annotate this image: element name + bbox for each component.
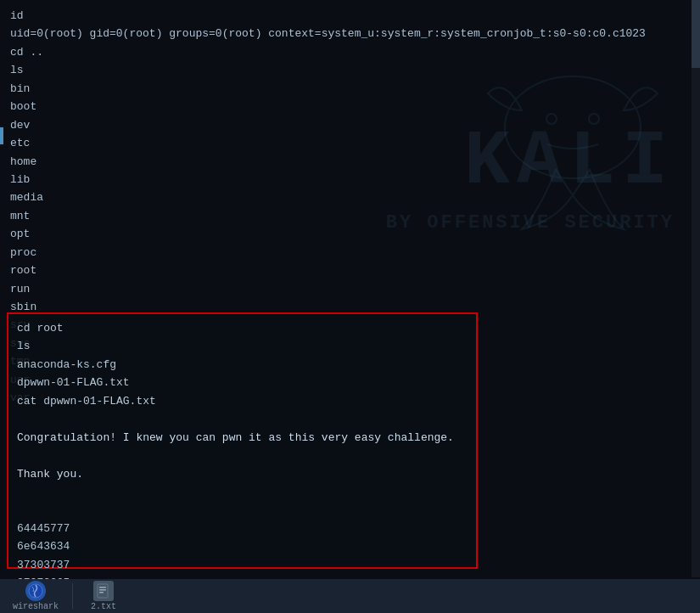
taskbar-sep bbox=[72, 583, 73, 609]
hl-anaconda: anaconda-ks.cfg bbox=[17, 356, 468, 374]
terminal-line-proc: proc bbox=[10, 244, 397, 262]
terminal-line-etc: etc bbox=[10, 134, 397, 152]
hl-num2: 6e643634 bbox=[17, 537, 468, 555]
terminal-line-opt: opt bbox=[10, 225, 397, 243]
terminal-line-root: root bbox=[10, 262, 397, 279]
terminal-line-home: home bbox=[10, 153, 397, 171]
wireshark-icon bbox=[25, 581, 46, 601]
hl-blank4 bbox=[17, 501, 468, 519]
taskbar-wireshark-label: wireshark bbox=[13, 602, 59, 611]
hl-flag-file: dpwwn-01-FLAG.txt bbox=[17, 374, 468, 391]
terminal-line-lib: lib bbox=[10, 171, 397, 188]
terminal-line-id: id bbox=[10, 7, 397, 25]
hl-num3: 37303737 bbox=[17, 556, 468, 574]
terminal-line-run: run bbox=[10, 280, 397, 298]
taskbar-item-wireshark[interactable]: wireshark bbox=[4, 579, 67, 613]
hl-cd-root: cd root bbox=[17, 319, 468, 337]
hl-congrats-msg: Congratulation! I knew you can pwn it as… bbox=[17, 429, 468, 447]
txt-file-icon bbox=[93, 581, 114, 601]
kali-subtext: BY OFFENSIVE SECURITY bbox=[386, 212, 675, 233]
svg-rect-6 bbox=[99, 589, 106, 591]
svg-rect-4 bbox=[98, 584, 108, 598]
hl-blank1 bbox=[17, 410, 468, 428]
hl-ls: ls bbox=[17, 337, 468, 355]
taskbar: wireshark 2.txt bbox=[0, 579, 700, 613]
terminal-line-media: media bbox=[10, 188, 397, 206]
hl-blank3 bbox=[17, 483, 468, 501]
terminal-line-dev: dev bbox=[10, 116, 397, 134]
scrollbar-thumb[interactable] bbox=[692, 0, 700, 68]
hl-cat-flag: cat dpwwn-01-FLAG.txt bbox=[17, 392, 468, 410]
kali-watermark-text: KALI bbox=[464, 119, 675, 205]
terminal-line-ls: ls bbox=[10, 61, 397, 79]
hl-blank2 bbox=[17, 447, 468, 464]
terminal-line-uid: uid=0(root) gid=0(root) groups=0(root) c… bbox=[10, 25, 397, 42]
svg-rect-7 bbox=[99, 592, 104, 593]
svg-rect-5 bbox=[99, 587, 106, 588]
highlighted-terminal-section: cd root ls anaconda-ks.cfg dpwwn-01-FLAG… bbox=[7, 312, 478, 569]
terminal-line-cd: cd .. bbox=[10, 43, 397, 61]
taskbar-txt-label: 2.txt bbox=[91, 602, 116, 611]
terminal-line-bin: bin bbox=[10, 80, 397, 98]
scrollbar-track[interactable] bbox=[692, 0, 700, 577]
hl-num1: 64445777 bbox=[17, 520, 468, 537]
terminal-line-boot: boot bbox=[10, 98, 397, 115]
hl-thankyou: Thank you. bbox=[17, 465, 468, 483]
taskbar-item-txt[interactable]: 2.txt bbox=[78, 579, 129, 613]
terminal-line-mnt: mnt bbox=[10, 207, 397, 225]
